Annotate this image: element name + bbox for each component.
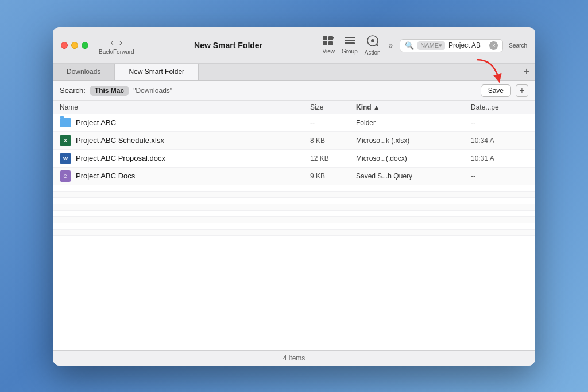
empty-row [53,217,535,223]
view-label: View [322,48,335,55]
nav-label: Back/Forward [99,49,134,55]
empty-row [53,192,535,198]
table-row[interactable]: Project ABC -- Folder -- [53,114,535,132]
table-row[interactable]: ⊙ Project ABC Docs 9 KB Saved S...h Quer… [53,168,535,185]
file-size: 12 KB [310,154,356,162]
column-headers: Name Size Kind ▲ Date...pe [53,101,535,114]
minimize-button[interactable] [71,42,78,49]
saved-query-icon: ⊙ [60,170,71,182]
filter-bar: Search: This Mac "Downloads" Save + [53,81,535,101]
search-clear-button[interactable]: × [489,41,498,50]
close-button[interactable] [61,42,68,49]
action-section: Action [365,35,381,56]
svg-point-9 [371,39,374,42]
add-filter-button[interactable]: + [516,84,528,97]
svg-rect-2 [323,41,327,45]
svg-rect-5 [345,37,355,38]
empty-row [53,198,535,204]
add-tab-button[interactable]: + [517,64,535,80]
more-options-button[interactable]: » [388,40,394,51]
file-kind: Folder [356,119,471,127]
filter-search-label: Search: [60,86,86,95]
item-count: 4 items [283,354,305,362]
empty-row [53,204,535,211]
window-title: New Smart Folder [146,41,311,50]
action-label: Action [365,49,381,56]
file-size: 8 KB [310,137,356,145]
file-name-cell: ⊙ Project ABC Docs [60,170,310,182]
col-size[interactable]: Size [310,103,356,111]
file-date: -- [471,172,528,180]
file-name-cell: W Project ABC Proposal.docx [60,153,310,164]
view-icon [323,36,334,47]
empty-row [53,185,535,192]
filter-arrow-wrapper: Search: This Mac "Downloads" Save + [53,81,535,101]
svg-rect-7 [345,42,355,44]
toolbar-right: » 🔍 NAME▾ Project AB × Search [388,39,527,52]
search-value[interactable]: Project AB [448,41,486,49]
empty-row [53,223,535,230]
col-name[interactable]: Name [60,103,310,111]
filter-path: "Downloads" [133,87,172,95]
folder-icon [60,117,71,129]
forward-button[interactable]: › [117,36,125,49]
tab-new-smart-folder[interactable]: New Smart Folder [115,64,199,80]
file-size: 9 KB [310,172,356,180]
col-date[interactable]: Date...pe [471,103,528,111]
svg-rect-3 [328,41,333,45]
tabs-row: Downloads New Smart Folder + [53,64,535,81]
file-kind: Microso...(.docx) [356,154,471,162]
table-row[interactable]: W Project ABC Proposal.docx 12 KB Micros… [53,150,535,168]
file-name-cell: X Project ABC Schedule.xlsx [60,135,310,146]
search-icon: 🔍 [405,41,414,50]
search-label-below: Search [509,42,527,49]
red-arrow [471,57,505,86]
file-kind: Microso...k (.xlsx) [356,137,471,145]
zoom-button[interactable] [82,42,88,49]
svg-rect-0 [323,36,327,40]
empty-row [53,211,535,217]
file-size: -- [310,119,356,127]
group-section: Group [342,36,358,55]
group-label: Group [342,48,358,55]
word-icon: W [60,153,71,164]
excel-icon: X [60,135,71,146]
nav-group: ‹ › Back/Forward [99,36,134,55]
tab-downloads[interactable]: Downloads [53,64,115,80]
titlebar: ‹ › Back/Forward New Smart Folder View [53,27,535,64]
empty-row [53,230,535,236]
file-list: Project ABC -- Folder -- X Project ABC S… [53,114,535,350]
svg-rect-1 [328,36,333,40]
file-kind: Saved S...h Query [356,172,471,180]
action-icon [367,35,378,48]
this-mac-chip[interactable]: This Mac [90,86,129,96]
file-date: -- [471,119,528,127]
sort-indicator: ▲ [373,103,380,111]
save-button[interactable]: Save [481,84,511,97]
name-badge[interactable]: NAME▾ [417,41,445,50]
table-row[interactable]: X Project ABC Schedule.xlsx 8 KB Microso… [53,132,535,150]
search-bar: 🔍 NAME▾ Project AB × [400,39,503,52]
finder-window: ‹ › Back/Forward New Smart Folder View [53,27,535,366]
svg-rect-6 [345,40,355,41]
group-icon [345,36,355,47]
view-section: View [322,36,335,55]
file-date: 10:31 A [471,154,528,162]
col-kind[interactable]: Kind ▲ [356,103,471,111]
status-bar: 4 items [53,350,535,366]
file-name-cell: Project ABC [60,117,310,129]
traffic-lights [61,42,88,49]
nav-buttons: ‹ › [109,36,125,49]
back-button[interactable]: ‹ [109,36,116,49]
file-date: 10:34 A [471,137,528,145]
